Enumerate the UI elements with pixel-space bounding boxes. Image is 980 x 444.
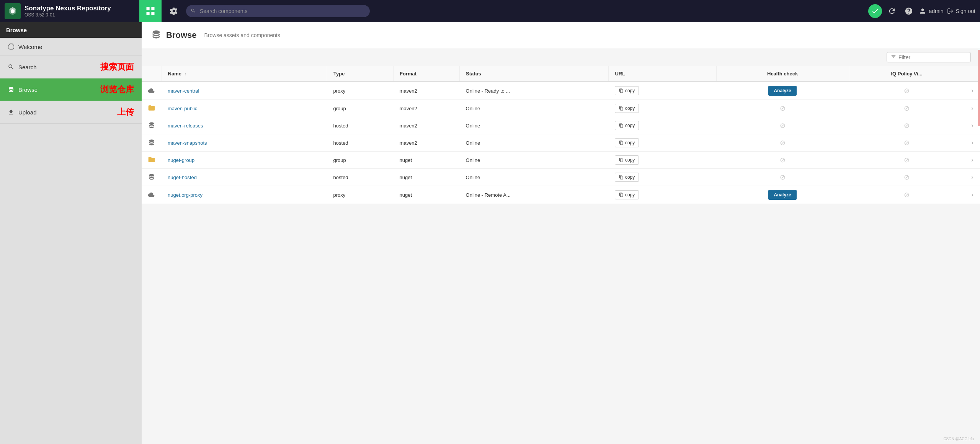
row-expand-arrow[interactable]: › — [971, 105, 973, 111]
col-iq: IQ Policy Vi... — [849, 66, 965, 82]
page-subtitle: Browse assets and components — [204, 32, 280, 38]
row-type-cell: group — [327, 152, 394, 169]
row-name-cell: nuget-hosted — [162, 169, 327, 186]
col-health: Health check — [716, 66, 849, 82]
table-row: nuget-hosted hosted nuget Online copy ⊘ … — [142, 169, 980, 186]
table-body: maven-central proxy maven2 Online - Read… — [142, 82, 980, 204]
row-status-cell: Online — [460, 169, 609, 186]
copy-button[interactable]: copy — [615, 104, 639, 113]
settings-button[interactable] — [166, 3, 181, 19]
row-icon-cell — [142, 186, 162, 204]
analyze-button[interactable]: Analyze — [768, 86, 796, 96]
row-expand-arrow[interactable]: › — [971, 174, 973, 180]
main-content: Browse Browse assets and components — [142, 22, 980, 444]
help-button[interactable] — [902, 4, 916, 18]
row-health-cell: ⊘ — [716, 152, 849, 169]
copy-button[interactable]: copy — [615, 138, 639, 147]
repo-name-link[interactable]: nuget-hosted — [168, 175, 197, 180]
row-icon-cell — [142, 152, 162, 169]
octagon-icon — [8, 43, 15, 50]
row-format-cell: nuget — [394, 152, 460, 169]
row-arrow-cell[interactable]: › — [965, 169, 980, 186]
table-row: nuget-group group nuget Online copy ⊘ ⊘ … — [142, 152, 980, 169]
brand: Sonatype Nexus Repository OSS 3.52.0-01 — [5, 3, 135, 19]
repo-name-link[interactable]: nuget-group — [168, 157, 194, 163]
row-expand-arrow[interactable]: › — [971, 87, 973, 94]
row-arrow-cell[interactable]: › — [965, 134, 980, 152]
scroll-indicator[interactable] — [978, 50, 980, 126]
row-iq-cell: ⊘ — [849, 100, 965, 117]
row-expand-arrow[interactable]: › — [971, 157, 973, 163]
repository-table: Name ↑ Type Format Status URL Health che… — [142, 66, 980, 204]
repo-name-link[interactable]: maven-central — [168, 88, 199, 94]
row-type-cell: proxy — [327, 82, 394, 100]
row-url-cell: copy — [609, 169, 716, 186]
brand-logo — [5, 3, 21, 19]
copy-button[interactable]: copy — [615, 190, 639, 199]
brand-subtitle: OSS 3.52.0-01 — [24, 12, 111, 18]
col-format: Format — [394, 66, 460, 82]
repo-name-link[interactable]: maven-releases — [168, 123, 203, 129]
row-health-cell: ⊘ — [716, 117, 849, 134]
col-type: Type — [327, 66, 394, 82]
row-format-cell: maven2 — [394, 134, 460, 152]
sidebar-item-welcome[interactable]: Welcome — [0, 38, 142, 56]
page-header-icon — [151, 29, 162, 41]
copy-button[interactable]: copy — [615, 121, 639, 130]
repo-name-link[interactable]: maven-snapshots — [168, 140, 207, 146]
table-row: maven-public group maven2 Online copy ⊘ … — [142, 100, 980, 117]
repo-name-link[interactable]: maven-public — [168, 106, 197, 111]
browse-nav-icon[interactable] — [139, 0, 162, 22]
row-expand-arrow[interactable]: › — [971, 122, 973, 129]
copy-button[interactable]: copy — [615, 86, 639, 95]
browse-annotation: 浏览仓库 — [100, 84, 134, 95]
table-row: maven-releases hosted maven2 Online copy… — [142, 117, 980, 134]
table-row: nuget.org-proxy proxy nuget Online - Rem… — [142, 186, 980, 204]
database-icon — [8, 86, 15, 93]
row-health-cell: ⊘ — [716, 100, 849, 117]
row-url-cell: copy — [609, 100, 716, 117]
search-nav-icon — [8, 64, 15, 70]
filter-icon — [891, 54, 896, 60]
col-icon — [142, 66, 162, 82]
sidebar-title: Browse — [0, 22, 142, 38]
row-type-cell: hosted — [327, 134, 394, 152]
footer-text: CSDN @ACGfefu — [943, 437, 974, 441]
search-wrapper — [186, 5, 370, 17]
row-health-cell: Analyze — [716, 186, 849, 204]
row-url-cell: copy — [609, 117, 716, 134]
row-arrow-cell[interactable]: › — [965, 152, 980, 169]
row-url-cell: copy — [609, 186, 716, 204]
row-icon-cell — [142, 100, 162, 117]
row-expand-arrow[interactable]: › — [971, 139, 973, 146]
sidebar-item-upload[interactable]: Upload 上传 — [0, 101, 142, 124]
filter-bar — [142, 48, 980, 66]
row-arrow-cell[interactable]: › — [965, 186, 980, 204]
row-iq-cell: ⊘ — [849, 82, 965, 100]
admin-button[interactable]: admin — [919, 7, 943, 15]
col-name[interactable]: Name ↑ — [162, 66, 327, 82]
upload-icon — [8, 109, 15, 116]
search-input[interactable] — [186, 5, 370, 17]
col-status: Status — [460, 66, 609, 82]
copy-button[interactable]: copy — [615, 155, 639, 165]
sidebar-item-browse[interactable]: Browse 浏览仓库 — [0, 78, 142, 101]
status-indicator — [868, 4, 882, 18]
row-format-cell: nuget — [394, 186, 460, 204]
row-status-cell: Online — [460, 152, 609, 169]
refresh-button[interactable] — [885, 4, 899, 18]
row-url-cell: copy — [609, 152, 716, 169]
analyze-button[interactable]: Analyze — [768, 190, 796, 200]
disabled-icon: ⊘ — [780, 122, 786, 129]
sidebar-item-search[interactable]: Search 搜索页面 — [0, 56, 142, 78]
row-status-cell: Online — [460, 117, 609, 134]
row-status-cell: Online - Ready to ... — [460, 82, 609, 100]
disabled-icon: ⊘ — [904, 104, 910, 112]
filter-input[interactable] — [898, 54, 967, 60]
signout-button[interactable]: Sign out — [947, 8, 975, 15]
row-iq-cell: ⊘ — [849, 117, 965, 134]
repo-name-link[interactable]: nuget.org-proxy — [168, 192, 203, 198]
row-expand-arrow[interactable]: › — [971, 191, 973, 198]
copy-button[interactable]: copy — [615, 173, 639, 182]
brand-text: Sonatype Nexus Repository OSS 3.52.0-01 — [24, 5, 111, 18]
